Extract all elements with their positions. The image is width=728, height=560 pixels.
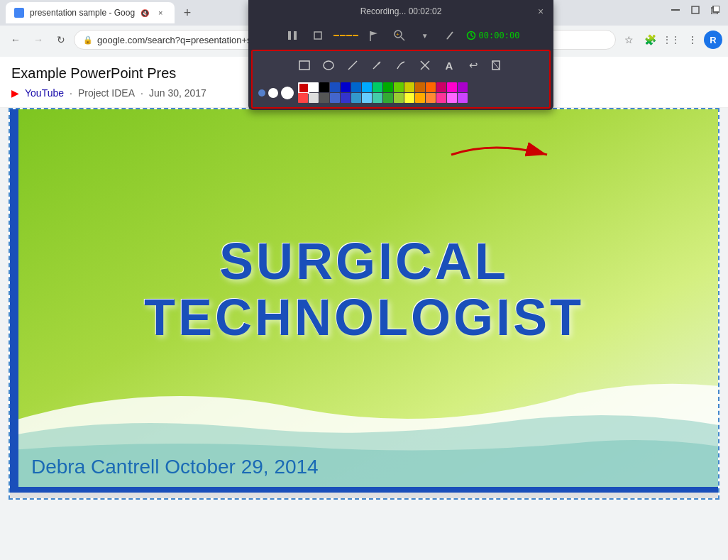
- rectangle-tool[interactable]: [294, 55, 314, 75]
- publish-date: Jun 30, 2017: [149, 87, 206, 99]
- drawing-tools-row: A ↩: [253, 51, 549, 79]
- youtube-channel-link[interactable]: YouTube: [25, 87, 64, 99]
- color-swatch-20[interactable]: [341, 93, 351, 103]
- svg-rect-18: [299, 61, 309, 70]
- zoom-dropdown[interactable]: ▼: [415, 26, 435, 45]
- flag-button[interactable]: [364, 26, 384, 45]
- tab-audio-icon: 🔇: [140, 9, 149, 17]
- slide-author: Debra Cantrell October 29, 2014: [31, 456, 319, 478]
- color-swatch-31[interactable]: [458, 93, 468, 103]
- active-tab[interactable]: presentation sample - Goog 🔇 ×: [6, 2, 175, 23]
- reload-button[interactable]: ↻: [51, 30, 71, 50]
- brush-medium[interactable]: [268, 88, 278, 98]
- color-swatch-7[interactable]: [373, 82, 382, 92]
- tab-close-button[interactable]: ×: [155, 7, 166, 18]
- svg-rect-6: [294, 31, 297, 40]
- color-swatch-30[interactable]: [447, 93, 457, 103]
- color-swatch-29[interactable]: [436, 93, 446, 103]
- color-swatch-5[interactable]: [351, 82, 361, 92]
- nav-right-buttons: ☆ 🧩 ⋮⋮ ⋮ R: [619, 30, 722, 50]
- ellipse-tool[interactable]: [319, 55, 338, 75]
- forward-button[interactable]: →: [28, 30, 48, 50]
- svg-text:+: +: [396, 31, 399, 38]
- pencil-tool[interactable]: [391, 55, 411, 75]
- svg-line-17: [471, 35, 473, 37]
- tab-search-button[interactable]: ⋮⋮: [661, 30, 681, 50]
- brush-small[interactable]: [258, 89, 265, 97]
- color-swatch-6[interactable]: [362, 82, 372, 92]
- arrow-tool[interactable]: [367, 55, 387, 75]
- timer-text: 00:00:00: [479, 31, 520, 40]
- eraser-tool[interactable]: [415, 55, 435, 75]
- slide-bottom-border: [10, 487, 718, 493]
- color-swatch-11[interactable]: [415, 82, 425, 92]
- color-swatch-23[interactable]: [373, 93, 382, 103]
- window-controls: [668, 3, 722, 17]
- slide-container: SURGICAL TECHNOLOGIST Debra Cantrell Oct…: [9, 108, 719, 500]
- svg-line-11: [401, 37, 404, 40]
- color-swatch-21[interactable]: [351, 93, 361, 103]
- color-swatch-22[interactable]: [362, 93, 372, 103]
- color-swatch-1[interactable]: [309, 82, 319, 92]
- more-button[interactable]: ⋮: [683, 30, 702, 50]
- slide-content: SURGICAL TECHNOLOGIST Debra Cantrell Oct…: [10, 109, 718, 493]
- color-swatch-0[interactable]: [298, 82, 309, 94]
- minimize-button[interactable]: [668, 3, 683, 17]
- color-swatch-8[interactable]: [383, 82, 393, 92]
- color-swatch-13[interactable]: [436, 82, 446, 92]
- lock-icon: 🔒: [83, 35, 93, 45]
- slide-title-line1: SURGICAL: [81, 234, 647, 290]
- svg-line-13: [447, 32, 453, 39]
- color-swatch-4[interactable]: [341, 82, 351, 92]
- color-swatch-28[interactable]: [426, 93, 436, 103]
- profile-button[interactable]: R: [704, 31, 722, 49]
- svg-rect-5: [288, 31, 291, 40]
- color-swatch-27[interactable]: [415, 93, 425, 103]
- slide-left-border: [10, 109, 18, 493]
- color-swatch-19[interactable]: [330, 93, 340, 103]
- bookmark-star-button[interactable]: ☆: [619, 30, 639, 50]
- maximize-button[interactable]: [708, 3, 722, 17]
- slide-horizontal-scrollbar[interactable]: [10, 493, 718, 498]
- text-tool[interactable]: A: [439, 55, 459, 75]
- color-swatch-2[interactable]: [319, 82, 329, 92]
- extensions-button[interactable]: 🧩: [640, 30, 660, 50]
- svg-point-19: [324, 61, 333, 70]
- color-swatch-25[interactable]: [394, 93, 404, 103]
- separator2: ·: [140, 87, 143, 99]
- red-arrow-annotation: [437, 133, 565, 179]
- line-tool[interactable]: [343, 55, 363, 75]
- svg-rect-1: [692, 6, 699, 13]
- youtube-icon: ▶: [11, 87, 19, 99]
- brush-size-selector: [258, 87, 294, 99]
- color-swatch-15[interactable]: [458, 82, 468, 92]
- color-swatch-16[interactable]: [298, 93, 308, 103]
- slide-title-container: SURGICAL TECHNOLOGIST: [81, 234, 647, 346]
- color-swatch-3[interactable]: [330, 82, 340, 92]
- clear-button[interactable]: [487, 55, 507, 75]
- back-button[interactable]: ←: [6, 30, 26, 50]
- restore-button[interactable]: [688, 3, 702, 17]
- svg-line-26: [492, 61, 500, 70]
- undo-button[interactable]: ↩: [463, 55, 483, 75]
- zoom-button[interactable]: +: [390, 26, 409, 45]
- svg-line-20: [348, 61, 357, 70]
- color-swatch-9[interactable]: [394, 82, 404, 92]
- new-tab-button[interactable]: +: [177, 3, 197, 23]
- tab-title: presentation sample - Goog: [30, 8, 135, 18]
- dash-separator: [333, 35, 358, 36]
- channel-name: Project IDEA: [78, 87, 135, 99]
- color-swatch-26[interactable]: [404, 93, 414, 103]
- color-swatch-18[interactable]: [319, 93, 329, 103]
- color-swatch-14[interactable]: [447, 82, 457, 92]
- stop-button[interactable]: [308, 26, 328, 45]
- recording-close-button[interactable]: ×: [534, 4, 548, 18]
- pen-button[interactable]: [441, 26, 460, 45]
- pause-button[interactable]: [282, 26, 302, 45]
- toolbar-row1: + ▼ 00:00:00: [248, 23, 553, 48]
- brush-large[interactable]: [281, 87, 294, 99]
- color-swatch-10[interactable]: [404, 82, 414, 92]
- color-swatch-24[interactable]: [383, 93, 393, 103]
- color-swatch-12[interactable]: [426, 82, 436, 92]
- color-swatch-17[interactable]: [309, 93, 319, 103]
